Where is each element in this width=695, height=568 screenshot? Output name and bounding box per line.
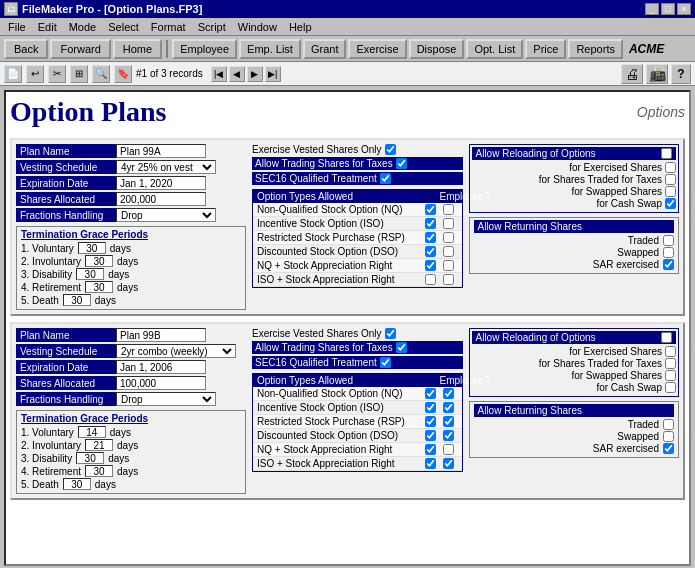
menu-format[interactable]: Format [145, 20, 192, 34]
opt-cb-2-2[interactable] [425, 416, 436, 427]
expiration-value-2[interactable]: Jan 1, 2006 [116, 360, 206, 374]
nav-prev[interactable]: ◀ [229, 66, 245, 82]
term-days-2-1[interactable] [85, 439, 113, 451]
opt-cb-1-1[interactable] [425, 218, 436, 229]
opt-cb-1-4[interactable] [425, 260, 436, 271]
tab-dispose[interactable]: Dispose [409, 39, 465, 59]
for-traded-cb-1[interactable] [665, 174, 676, 185]
opt-cb-1-3[interactable] [425, 246, 436, 257]
opt-emp-1-0[interactable] [443, 204, 454, 215]
opt-cb-2-0[interactable] [425, 388, 436, 399]
sar-cb-1[interactable] [663, 259, 674, 270]
opt-emp-2-1[interactable] [443, 402, 454, 413]
vesting-select-2[interactable]: 2yr combo (weekly) [116, 344, 236, 358]
fractions-select-2[interactable]: Drop [116, 392, 216, 406]
for-traded-cb-2[interactable] [665, 358, 676, 369]
close-button[interactable]: × [677, 3, 691, 15]
nav-first[interactable]: |◀ [211, 66, 227, 82]
allow-reload-title-2[interactable]: Allow Reloading of Options [472, 331, 677, 344]
vesting-select-1[interactable]: 4yr 25% on vest [116, 160, 216, 174]
for-exercised-cb-2[interactable] [665, 346, 676, 357]
tab-employee[interactable]: Employee [172, 39, 237, 59]
tab-reports[interactable]: Reports [568, 39, 623, 59]
cut-icon[interactable]: ✂ [48, 65, 66, 83]
sec16-cb-1[interactable] [380, 173, 391, 184]
for-cash-cb-1[interactable] [665, 198, 676, 209]
traded-cb-2[interactable] [663, 419, 674, 430]
sar-cb-2[interactable] [663, 443, 674, 454]
print-button[interactable]: 🖨 [621, 64, 643, 84]
allow-reload-cb-1[interactable] [661, 148, 672, 159]
opt-cb-1-0[interactable] [425, 204, 436, 215]
home-button[interactable]: Home [113, 39, 162, 59]
minimize-button[interactable]: _ [645, 3, 659, 15]
sec16-cb-2[interactable] [380, 357, 391, 368]
allow-reload-title-1[interactable]: Allow Reloading of Options [472, 147, 677, 160]
opt-cb-2-3[interactable] [425, 430, 436, 441]
term-days-2-2[interactable] [76, 452, 104, 464]
menu-file[interactable]: File [2, 20, 32, 34]
allow-trading-cb-1[interactable] [396, 158, 407, 169]
menu-help[interactable]: Help [283, 20, 318, 34]
tab-opt-list[interactable]: Opt. List [466, 39, 523, 59]
opt-emp-2-3[interactable] [443, 430, 454, 441]
for-cash-cb-2[interactable] [665, 382, 676, 393]
menu-window[interactable]: Window [232, 20, 283, 34]
term-days-2-3[interactable] [85, 465, 113, 477]
term-days-2-0[interactable] [78, 426, 106, 438]
term-days-1-1[interactable] [85, 255, 113, 267]
opt-cb-2-1[interactable] [425, 402, 436, 413]
term-days-1-3[interactable] [85, 281, 113, 293]
fax-button[interactable]: 📠 [646, 64, 668, 84]
help-button[interactable]: ? [671, 64, 691, 84]
new-record-icon[interactable]: 📄 [4, 65, 22, 83]
traded-cb-1[interactable] [663, 235, 674, 246]
search-icon[interactable]: 🔍 [92, 65, 110, 83]
term-days-1-2[interactable] [76, 268, 104, 280]
opt-cb-2-5[interactable] [425, 458, 436, 469]
for-swapped-cb-2[interactable] [665, 370, 676, 381]
back-button[interactable]: Back [4, 39, 48, 59]
bookmark-icon[interactable]: 🔖 [114, 65, 132, 83]
tab-exercise[interactable]: Exercise [348, 39, 406, 59]
for-exercised-cb-1[interactable] [665, 162, 676, 173]
shares-value-1[interactable]: 200,000 [116, 192, 206, 206]
allow-trading-cb-2[interactable] [396, 342, 407, 353]
menu-script[interactable]: Script [192, 20, 232, 34]
tab-grant[interactable]: Grant [303, 39, 347, 59]
opt-emp-1-5[interactable] [443, 274, 454, 285]
opt-emp-2-0[interactable] [443, 388, 454, 399]
plan-name-value-1[interactable]: Plan 99A [116, 144, 206, 158]
term-days-2-4[interactable] [63, 478, 91, 490]
opt-emp-1-1[interactable] [443, 218, 454, 229]
fractions-select-1[interactable]: Drop [116, 208, 216, 222]
nav-next[interactable]: ▶ [247, 66, 263, 82]
menu-edit[interactable]: Edit [32, 20, 63, 34]
opt-emp-2-4[interactable] [443, 444, 454, 455]
opt-emp-2-5[interactable] [443, 458, 454, 469]
exercise-vested-cb-1[interactable] [385, 144, 396, 155]
shares-value-2[interactable]: 100,000 [116, 376, 206, 390]
swapped-cb-2[interactable] [663, 431, 674, 442]
opt-cb-1-5[interactable] [425, 274, 436, 285]
opt-emp-1-3[interactable] [443, 246, 454, 257]
grid-icon[interactable]: ⊞ [70, 65, 88, 83]
opt-cb-1-2[interactable] [425, 232, 436, 243]
forward-button[interactable]: Forward [50, 39, 110, 59]
menu-select[interactable]: Select [102, 20, 145, 34]
plan-name-value-2[interactable]: Plan 99B [116, 328, 206, 342]
tab-price[interactable]: Price [525, 39, 566, 59]
opt-emp-2-2[interactable] [443, 416, 454, 427]
expiration-value-1[interactable]: Jan 1, 2020 [116, 176, 206, 190]
maximize-button[interactable]: □ [661, 3, 675, 15]
tab-emp-list[interactable]: Emp. List [239, 39, 301, 59]
nav-last[interactable]: ▶| [265, 66, 281, 82]
for-swapped-cb-1[interactable] [665, 186, 676, 197]
opt-emp-1-2[interactable] [443, 232, 454, 243]
term-days-1-4[interactable] [63, 294, 91, 306]
undo-icon[interactable]: ↩ [26, 65, 44, 83]
term-days-1-0[interactable] [78, 242, 106, 254]
opt-cb-2-4[interactable] [425, 444, 436, 455]
allow-reload-cb-2[interactable] [661, 332, 672, 343]
opt-emp-1-4[interactable] [443, 260, 454, 271]
